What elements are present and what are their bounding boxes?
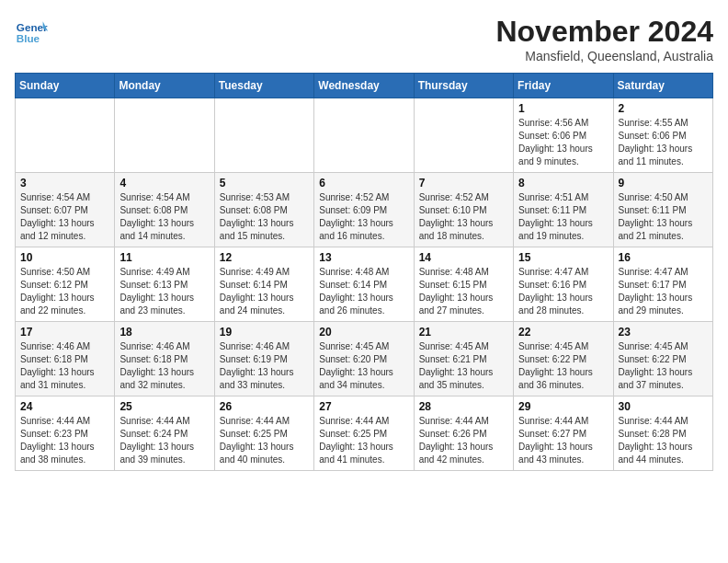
day-cell-2: 2Sunrise: 4:55 AM Sunset: 6:06 PM Daylig…: [613, 98, 712, 173]
day-info: Sunrise: 4:44 AM Sunset: 6:25 PM Dayligh…: [220, 415, 309, 466]
day-cell-17: 17Sunrise: 4:46 AM Sunset: 6:18 PM Dayli…: [16, 322, 115, 396]
day-cell-10: 10Sunrise: 4:50 AM Sunset: 6:12 PM Dayli…: [16, 247, 115, 322]
day-number: 7: [419, 177, 508, 190]
day-cell-empty: [314, 98, 414, 173]
day-number: 14: [419, 251, 508, 264]
svg-text:Blue: Blue: [17, 32, 40, 44]
day-cell-13: 13Sunrise: 4:48 AM Sunset: 6:14 PM Dayli…: [314, 247, 414, 322]
day-info: Sunrise: 4:50 AM Sunset: 6:11 PM Dayligh…: [619, 191, 708, 243]
day-info: Sunrise: 4:50 AM Sunset: 6:12 PM Dayligh…: [20, 266, 109, 317]
day-number: 15: [518, 251, 608, 264]
day-info: Sunrise: 4:46 AM Sunset: 6:18 PM Dayligh…: [119, 340, 209, 392]
day-number: 30: [619, 400, 708, 413]
day-cell-30: 30Sunrise: 4:44 AM Sunset: 6:28 PM Dayli…: [613, 396, 712, 471]
day-info: Sunrise: 4:54 AM Sunset: 6:08 PM Dayligh…: [119, 191, 209, 243]
weekday-header-monday: Monday: [115, 74, 214, 98]
day-cell-7: 7Sunrise: 4:52 AM Sunset: 6:10 PM Daylig…: [414, 173, 513, 247]
day-info: Sunrise: 4:45 AM Sunset: 6:20 PM Dayligh…: [319, 340, 408, 392]
day-number: 17: [20, 326, 109, 339]
day-cell-23: 23Sunrise: 4:45 AM Sunset: 6:22 PM Dayli…: [613, 322, 712, 396]
day-cell-26: 26Sunrise: 4:44 AM Sunset: 6:25 PM Dayli…: [214, 396, 313, 471]
week-row-2: 3Sunrise: 4:54 AM Sunset: 6:07 PM Daylig…: [16, 173, 713, 247]
day-number: 25: [119, 400, 209, 413]
day-info: Sunrise: 4:48 AM Sunset: 6:14 PM Dayligh…: [319, 266, 408, 317]
day-cell-24: 24Sunrise: 4:44 AM Sunset: 6:23 PM Dayli…: [16, 396, 115, 471]
day-number: 6: [319, 177, 408, 190]
day-info: Sunrise: 4:52 AM Sunset: 6:10 PM Dayligh…: [419, 191, 508, 243]
day-info: Sunrise: 4:44 AM Sunset: 6:25 PM Dayligh…: [319, 415, 408, 466]
weekday-header-saturday: Saturday: [613, 74, 712, 98]
weekday-header-sunday: Sunday: [16, 74, 115, 98]
day-number: 23: [619, 326, 708, 339]
day-cell-empty: [115, 98, 214, 173]
day-cell-22: 22Sunrise: 4:45 AM Sunset: 6:22 PM Dayli…: [514, 322, 613, 396]
day-number: 10: [20, 251, 109, 264]
day-number: 8: [518, 177, 608, 190]
day-number: 29: [518, 400, 608, 413]
day-info: Sunrise: 4:56 AM Sunset: 6:06 PM Dayligh…: [518, 117, 608, 168]
day-number: 20: [319, 326, 408, 339]
day-cell-19: 19Sunrise: 4:46 AM Sunset: 6:19 PM Dayli…: [214, 322, 313, 396]
day-number: 24: [20, 400, 109, 413]
day-cell-25: 25Sunrise: 4:44 AM Sunset: 6:24 PM Dayli…: [115, 396, 214, 471]
week-row-3: 10Sunrise: 4:50 AM Sunset: 6:12 PM Dayli…: [16, 247, 713, 322]
day-cell-1: 1Sunrise: 4:56 AM Sunset: 6:06 PM Daylig…: [514, 98, 613, 173]
location-subtitle: Mansfield, Queensland, Australia: [495, 49, 713, 63]
day-number: 18: [119, 326, 209, 339]
day-cell-28: 28Sunrise: 4:44 AM Sunset: 6:26 PM Dayli…: [414, 396, 513, 471]
day-number: 21: [419, 326, 508, 339]
day-info: Sunrise: 4:45 AM Sunset: 6:22 PM Dayligh…: [518, 340, 608, 392]
day-cell-8: 8Sunrise: 4:51 AM Sunset: 6:11 PM Daylig…: [514, 173, 613, 247]
day-info: Sunrise: 4:44 AM Sunset: 6:23 PM Dayligh…: [20, 415, 109, 466]
day-cell-20: 20Sunrise: 4:45 AM Sunset: 6:20 PM Dayli…: [314, 322, 414, 396]
day-cell-15: 15Sunrise: 4:47 AM Sunset: 6:16 PM Dayli…: [514, 247, 613, 322]
day-cell-29: 29Sunrise: 4:44 AM Sunset: 6:27 PM Dayli…: [514, 396, 613, 471]
day-number: 22: [518, 326, 608, 339]
weekday-header-wednesday: Wednesday: [314, 74, 414, 98]
day-info: Sunrise: 4:47 AM Sunset: 6:17 PM Dayligh…: [619, 266, 708, 317]
day-cell-5: 5Sunrise: 4:53 AM Sunset: 6:08 PM Daylig…: [214, 173, 313, 247]
day-info: Sunrise: 4:51 AM Sunset: 6:11 PM Dayligh…: [518, 191, 608, 243]
day-cell-empty: [214, 98, 313, 173]
day-info: Sunrise: 4:44 AM Sunset: 6:24 PM Dayligh…: [119, 415, 209, 466]
weekday-header-row: SundayMondayTuesdayWednesdayThursdayFrid…: [16, 74, 713, 98]
day-cell-11: 11Sunrise: 4:49 AM Sunset: 6:13 PM Dayli…: [115, 247, 214, 322]
week-row-5: 24Sunrise: 4:44 AM Sunset: 6:23 PM Dayli…: [16, 396, 713, 471]
day-number: 28: [419, 400, 508, 413]
day-number: 13: [319, 251, 408, 264]
day-info: Sunrise: 4:44 AM Sunset: 6:27 PM Dayligh…: [518, 415, 608, 466]
day-number: 1: [518, 102, 608, 115]
day-info: Sunrise: 4:44 AM Sunset: 6:26 PM Dayligh…: [419, 415, 508, 466]
day-cell-27: 27Sunrise: 4:44 AM Sunset: 6:25 PM Dayli…: [314, 396, 414, 471]
weekday-header-friday: Friday: [514, 74, 613, 98]
day-info: Sunrise: 4:44 AM Sunset: 6:28 PM Dayligh…: [619, 415, 708, 466]
day-info: Sunrise: 4:47 AM Sunset: 6:16 PM Dayligh…: [518, 266, 608, 317]
day-number: 11: [119, 251, 209, 264]
week-row-1: 1Sunrise: 4:56 AM Sunset: 6:06 PM Daylig…: [16, 98, 713, 173]
day-info: Sunrise: 4:52 AM Sunset: 6:09 PM Dayligh…: [319, 191, 408, 243]
weekday-header-tuesday: Tuesday: [214, 74, 313, 98]
day-cell-3: 3Sunrise: 4:54 AM Sunset: 6:07 PM Daylig…: [16, 173, 115, 247]
day-number: 5: [220, 177, 309, 190]
day-cell-4: 4Sunrise: 4:54 AM Sunset: 6:08 PM Daylig…: [115, 173, 214, 247]
day-number: 19: [220, 326, 309, 339]
title-area: November 2024 Mansfield, Queensland, Aus…: [495, 15, 713, 63]
day-number: 16: [619, 251, 708, 264]
day-cell-9: 9Sunrise: 4:50 AM Sunset: 6:11 PM Daylig…: [613, 173, 712, 247]
calendar-table: SundayMondayTuesdayWednesdayThursdayFrid…: [15, 73, 713, 471]
day-cell-6: 6Sunrise: 4:52 AM Sunset: 6:09 PM Daylig…: [314, 173, 414, 247]
day-number: 26: [220, 400, 309, 413]
day-cell-empty: [16, 98, 115, 173]
day-info: Sunrise: 4:49 AM Sunset: 6:14 PM Dayligh…: [220, 266, 309, 317]
day-cell-14: 14Sunrise: 4:48 AM Sunset: 6:15 PM Dayli…: [414, 247, 513, 322]
day-info: Sunrise: 4:49 AM Sunset: 6:13 PM Dayligh…: [119, 266, 209, 317]
day-cell-18: 18Sunrise: 4:46 AM Sunset: 6:18 PM Dayli…: [115, 322, 214, 396]
logo-icon: General Blue: [15, 15, 48, 48]
day-info: Sunrise: 4:46 AM Sunset: 6:19 PM Dayligh…: [220, 340, 309, 392]
day-number: 27: [319, 400, 408, 413]
day-cell-empty: [414, 98, 513, 173]
day-number: 12: [220, 251, 309, 264]
header: General Blue November 2024 Mansfield, Qu…: [15, 15, 713, 63]
month-title: November 2024: [495, 15, 713, 49]
day-cell-16: 16Sunrise: 4:47 AM Sunset: 6:17 PM Dayli…: [613, 247, 712, 322]
